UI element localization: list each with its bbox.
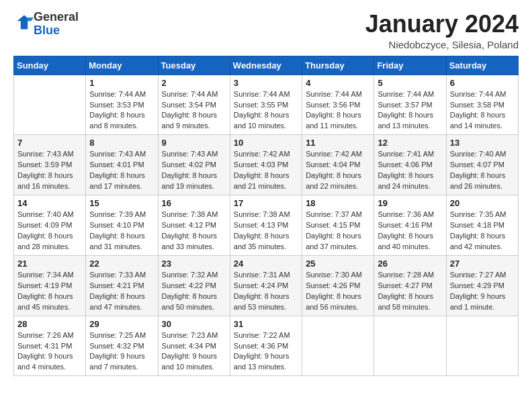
day-info: Sunrise: 7:37 AM Sunset: 4:15 PM Dayligh… [306, 210, 370, 253]
logo-general-text: General [34, 10, 79, 24]
day-number: 6 [450, 78, 515, 88]
day-info: Sunrise: 7:44 AM Sunset: 3:53 PM Dayligh… [89, 89, 154, 132]
sunset-label: Sunset: 4:12 PM [162, 221, 216, 229]
daylight-label: Daylight: 8 hours and 17 minutes. [89, 171, 145, 190]
day-info: Sunrise: 7:40 AM Sunset: 4:07 PM Dayligh… [450, 149, 515, 192]
weekday-header-monday: Monday [86, 56, 158, 75]
day-number: 17 [234, 198, 298, 208]
sunset-label: Sunset: 4:01 PM [89, 161, 144, 169]
calendar-cell: 10 Sunrise: 7:42 AM Sunset: 4:03 PM Dayl… [230, 135, 302, 195]
daylight-label: Daylight: 8 hours and 19 minutes. [162, 171, 218, 190]
day-info: Sunrise: 7:41 AM Sunset: 4:06 PM Dayligh… [378, 149, 442, 192]
day-number: 24 [234, 259, 298, 269]
day-info: Sunrise: 7:26 AM Sunset: 4:31 PM Dayligh… [17, 330, 82, 373]
sunrise-label: Sunrise: 7:37 AM [306, 210, 362, 218]
calendar-cell: 13 Sunrise: 7:40 AM Sunset: 4:07 PM Dayl… [446, 135, 518, 195]
day-info: Sunrise: 7:44 AM Sunset: 3:56 PM Dayligh… [306, 89, 370, 132]
sunrise-label: Sunrise: 7:28 AM [378, 271, 434, 279]
day-info: Sunrise: 7:23 AM Sunset: 4:34 PM Dayligh… [162, 330, 226, 373]
calendar-cell: 18 Sunrise: 7:37 AM Sunset: 4:15 PM Dayl… [302, 195, 374, 256]
calendar-week-row: 14 Sunrise: 7:40 AM Sunset: 4:09 PM Dayl… [14, 195, 519, 256]
day-number: 10 [234, 138, 298, 148]
daylight-label: Daylight: 8 hours and 35 minutes. [234, 232, 290, 250]
svg-marker-0 [17, 15, 32, 29]
logo-blue-text: Blue [34, 24, 60, 37]
day-info: Sunrise: 7:38 AM Sunset: 4:12 PM Dayligh… [162, 210, 226, 253]
sunset-label: Sunset: 4:29 PM [450, 281, 504, 289]
day-info: Sunrise: 7:25 AM Sunset: 4:32 PM Dayligh… [89, 330, 154, 373]
day-number: 13 [450, 138, 515, 148]
sunrise-label: Sunrise: 7:33 AM [89, 271, 146, 279]
daylight-label: Daylight: 8 hours and 50 minutes. [162, 292, 218, 311]
day-info: Sunrise: 7:35 AM Sunset: 4:18 PM Dayligh… [450, 210, 515, 253]
sunrise-label: Sunrise: 7:43 AM [17, 150, 74, 158]
sunrise-label: Sunrise: 7:23 AM [162, 331, 218, 339]
day-number: 18 [306, 198, 370, 208]
calendar-week-row: 28 Sunrise: 7:26 AM Sunset: 4:31 PM Dayl… [14, 316, 519, 376]
sunset-label: Sunset: 4:24 PM [234, 281, 288, 289]
weekday-header-wednesday: Wednesday [230, 56, 302, 75]
day-number: 8 [89, 138, 154, 148]
page-header: General Blue January 2024 Niedobczyce, S… [13, 11, 519, 50]
day-number: 22 [89, 259, 154, 269]
day-number: 28 [17, 319, 82, 329]
calendar-cell: 5 Sunrise: 7:44 AM Sunset: 3:57 PM Dayli… [374, 75, 446, 135]
daylight-label: Daylight: 8 hours and 26 minutes. [450, 171, 506, 190]
sunset-label: Sunset: 4:21 PM [89, 281, 144, 289]
calendar-cell: 20 Sunrise: 7:35 AM Sunset: 4:18 PM Dayl… [446, 195, 518, 256]
sunrise-label: Sunrise: 7:43 AM [162, 150, 218, 158]
calendar-cell: 15 Sunrise: 7:39 AM Sunset: 4:10 PM Dayl… [86, 195, 158, 256]
calendar-cell: 1 Sunrise: 7:44 AM Sunset: 3:53 PM Dayli… [86, 75, 158, 135]
sunset-label: Sunset: 4:18 PM [450, 221, 504, 229]
sunrise-label: Sunrise: 7:44 AM [89, 90, 146, 98]
location-subtitle: Niedobczyce, Silesia, Poland [365, 39, 519, 50]
daylight-label: Daylight: 9 hours and 13 minutes. [234, 352, 290, 371]
sunrise-label: Sunrise: 7:25 AM [89, 331, 146, 339]
daylight-label: Daylight: 8 hours and 11 minutes. [306, 111, 361, 130]
sunrise-label: Sunrise: 7:38 AM [234, 210, 290, 218]
calendar-cell: 21 Sunrise: 7:34 AM Sunset: 4:19 PM Dayl… [14, 255, 86, 316]
calendar-cell: 19 Sunrise: 7:36 AM Sunset: 4:16 PM Dayl… [374, 195, 446, 256]
weekday-header-tuesday: Tuesday [158, 56, 230, 75]
sunrise-label: Sunrise: 7:42 AM [234, 150, 290, 158]
sunrise-label: Sunrise: 7:22 AM [234, 331, 290, 339]
day-number: 5 [378, 78, 442, 88]
calendar-cell: 16 Sunrise: 7:38 AM Sunset: 4:12 PM Dayl… [158, 195, 230, 256]
calendar-cell: 9 Sunrise: 7:43 AM Sunset: 4:02 PM Dayli… [158, 135, 230, 195]
daylight-label: Daylight: 8 hours and 37 minutes. [306, 232, 361, 250]
sunset-label: Sunset: 4:10 PM [89, 221, 144, 229]
day-number: 15 [89, 198, 154, 208]
calendar-cell [302, 316, 374, 376]
weekday-header-friday: Friday [374, 56, 446, 75]
day-info: Sunrise: 7:44 AM Sunset: 3:54 PM Dayligh… [162, 89, 226, 132]
day-info: Sunrise: 7:33 AM Sunset: 4:21 PM Dayligh… [89, 270, 154, 313]
sunset-label: Sunset: 4:13 PM [234, 221, 288, 229]
sunrise-label: Sunrise: 7:44 AM [378, 90, 434, 98]
day-info: Sunrise: 7:28 AM Sunset: 4:27 PM Dayligh… [378, 270, 442, 313]
daylight-label: Daylight: 8 hours and 47 minutes. [89, 292, 145, 311]
day-info: Sunrise: 7:32 AM Sunset: 4:22 PM Dayligh… [162, 270, 226, 313]
sunset-label: Sunset: 3:57 PM [378, 101, 432, 109]
weekday-header-thursday: Thursday [302, 56, 374, 75]
daylight-label: Daylight: 9 hours and 1 minute. [450, 292, 506, 311]
calendar-cell: 4 Sunrise: 7:44 AM Sunset: 3:56 PM Dayli… [302, 75, 374, 135]
calendar-cell: 17 Sunrise: 7:38 AM Sunset: 4:13 PM Dayl… [230, 195, 302, 256]
daylight-label: Daylight: 8 hours and 56 minutes. [306, 292, 361, 311]
daylight-label: Daylight: 8 hours and 28 minutes. [17, 232, 73, 250]
sunset-label: Sunset: 4:07 PM [450, 161, 504, 169]
day-number: 16 [162, 198, 226, 208]
sunrise-label: Sunrise: 7:39 AM [89, 210, 146, 218]
day-info: Sunrise: 7:43 AM Sunset: 4:02 PM Dayligh… [162, 149, 226, 192]
day-number: 3 [234, 78, 298, 88]
calendar-week-row: 21 Sunrise: 7:34 AM Sunset: 4:19 PM Dayl… [14, 255, 519, 316]
sunset-label: Sunset: 3:56 PM [306, 101, 360, 109]
day-number: 27 [450, 259, 515, 269]
svg-marker-1 [28, 17, 34, 21]
daylight-label: Daylight: 9 hours and 10 minutes. [162, 352, 218, 371]
calendar-cell [374, 316, 446, 376]
calendar-week-row: 7 Sunrise: 7:43 AM Sunset: 3:59 PM Dayli… [14, 135, 519, 195]
sunrise-label: Sunrise: 7:41 AM [378, 150, 434, 158]
daylight-label: Daylight: 9 hours and 4 minutes. [17, 352, 73, 371]
logo: General Blue [13, 11, 79, 38]
sunset-label: Sunset: 4:02 PM [162, 161, 216, 169]
